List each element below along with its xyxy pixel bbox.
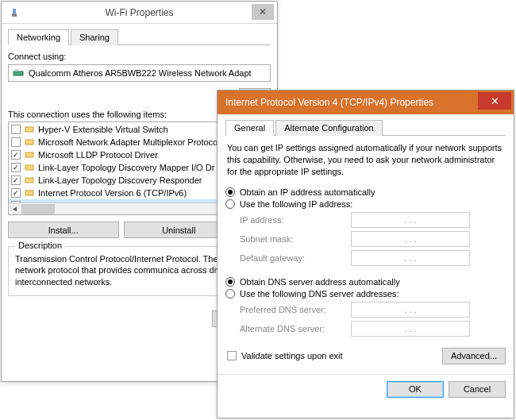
list-item-label: Internet Protocol Version 6 (TCP/IPv6) xyxy=(38,188,187,198)
ipv4-title: Internet Protocol Version 4 (TCP/IPv4) P… xyxy=(225,97,478,108)
checkbox-icon[interactable]: ✓ xyxy=(11,163,21,172)
tab-networking[interactable]: Networking xyxy=(8,29,69,45)
protocol-icon xyxy=(24,149,35,160)
preferred-dns-label: Preferred DNS server: xyxy=(240,305,351,314)
radio-label: Obtain an IP address automatically xyxy=(240,187,375,197)
default-gateway-input: . . . xyxy=(351,250,470,266)
wifi-titlebar[interactable]: Wi-Fi Properties ✕ xyxy=(2,2,277,24)
radio-use-following-ip[interactable]: Use the following IP address: xyxy=(225,199,506,209)
protocol-icon xyxy=(24,187,35,198)
radio-label: Obtain DNS server address automatically xyxy=(240,277,400,287)
advanced-button[interactable]: Advanced... xyxy=(442,348,506,364)
tab-alternate-configuration[interactable]: Alternate Configuration xyxy=(275,120,383,136)
svg-rect-8 xyxy=(25,178,33,183)
wifi-icon xyxy=(8,6,21,19)
ip-address-label: IP address: xyxy=(240,215,351,225)
close-icon[interactable]: ✕ xyxy=(478,92,511,110)
ipv4-info-text: You can get IP settings assigned automat… xyxy=(227,142,504,178)
close-icon[interactable]: ✕ xyxy=(252,4,274,20)
install-button[interactable]: Install... xyxy=(8,222,119,238)
checkbox-icon[interactable] xyxy=(11,137,21,147)
alternate-dns-input: . . . xyxy=(351,321,470,337)
ipv4-body: General Alternate Configuration You can … xyxy=(218,114,514,371)
svg-rect-4 xyxy=(25,127,33,132)
validate-label: Validate settings upon exit xyxy=(241,351,343,360)
description-title: Description xyxy=(15,241,65,250)
tab-general[interactable]: General xyxy=(225,120,274,136)
checkbox-icon xyxy=(227,351,237,360)
radio-icon xyxy=(225,187,235,197)
alternate-dns-label: Alternate DNS server: xyxy=(240,324,351,333)
radio-label: Use the following DNS server addresses: xyxy=(240,289,399,299)
protocol-icon xyxy=(24,162,35,173)
wifi-title: Wi-Fi Properties xyxy=(25,7,253,18)
checkbox-icon[interactable]: ✓ xyxy=(11,150,21,160)
ip-address-input: . . . xyxy=(351,212,470,228)
checkbox-icon[interactable]: ✓ xyxy=(11,188,21,198)
list-item-label: Hyper-V Extensible Virtual Switch xyxy=(38,125,168,134)
scroll-thumb[interactable] xyxy=(21,204,55,214)
svg-rect-6 xyxy=(25,152,33,157)
radio-icon xyxy=(225,199,235,209)
radio-obtain-dns-auto[interactable]: Obtain DNS server address automatically xyxy=(225,277,506,287)
scroll-left-icon[interactable]: ◄ xyxy=(9,203,21,215)
protocol-icon xyxy=(24,137,35,148)
subnet-mask-input: . . . xyxy=(351,231,470,247)
ipv4-titlebar[interactable]: Internet Protocol Version 4 (TCP/IPv4) P… xyxy=(218,91,514,114)
adapter-name: Qualcomm Atheros AR5BWB222 Wireless Netw… xyxy=(29,68,252,78)
list-item-label: Link-Layer Topology Discovery Responder xyxy=(38,175,202,185)
ipv4-properties-window: Internet Protocol Version 4 (TCP/IPv4) P… xyxy=(217,90,514,418)
adapter-field[interactable]: Qualcomm Atheros AR5BWB222 Wireless Netw… xyxy=(8,64,271,82)
ipv4-tabs: General Alternate Configuration xyxy=(225,119,506,136)
checkbox-icon[interactable] xyxy=(11,125,21,134)
svg-rect-9 xyxy=(25,191,33,195)
svg-rect-1 xyxy=(12,13,17,17)
adapter-icon xyxy=(12,67,25,79)
preferred-dns-input: . . . xyxy=(351,302,470,318)
radio-icon xyxy=(225,277,235,287)
protocol-icon xyxy=(24,175,35,186)
radio-label: Use the following IP address: xyxy=(240,199,352,209)
radio-obtain-ip-auto[interactable]: Obtain an IP address automatically xyxy=(225,187,506,197)
validate-checkbox[interactable]: Validate settings upon exit xyxy=(227,351,343,360)
list-item-label: Microsoft LLDP Protocol Driver xyxy=(38,150,158,160)
checkbox-icon[interactable]: ✓ xyxy=(11,175,21,185)
wifi-tabs: Networking Sharing xyxy=(8,29,271,45)
ipv4-cancel-button[interactable]: Cancel xyxy=(449,381,506,398)
svg-rect-2 xyxy=(13,71,23,75)
svg-rect-5 xyxy=(25,140,33,144)
list-item-label: Link-Layer Topology Discovery Mapper I/O… xyxy=(38,163,214,172)
radio-icon xyxy=(225,289,235,299)
radio-use-following-dns[interactable]: Use the following DNS server addresses: xyxy=(225,289,506,299)
default-gateway-label: Default gateway: xyxy=(240,253,351,263)
svg-rect-7 xyxy=(25,165,33,170)
subnet-mask-label: Subnet mask: xyxy=(240,234,351,244)
svg-rect-0 xyxy=(13,9,16,13)
protocol-icon xyxy=(24,124,35,135)
connect-using-label: Connect using: xyxy=(8,52,271,61)
ipv4-ok-button[interactable]: OK xyxy=(387,381,444,398)
tab-sharing[interactable]: Sharing xyxy=(71,29,118,45)
list-item-label: Microsoft Network Adapter Multiplexor Pr… xyxy=(38,137,218,147)
svg-rect-3 xyxy=(15,69,18,71)
